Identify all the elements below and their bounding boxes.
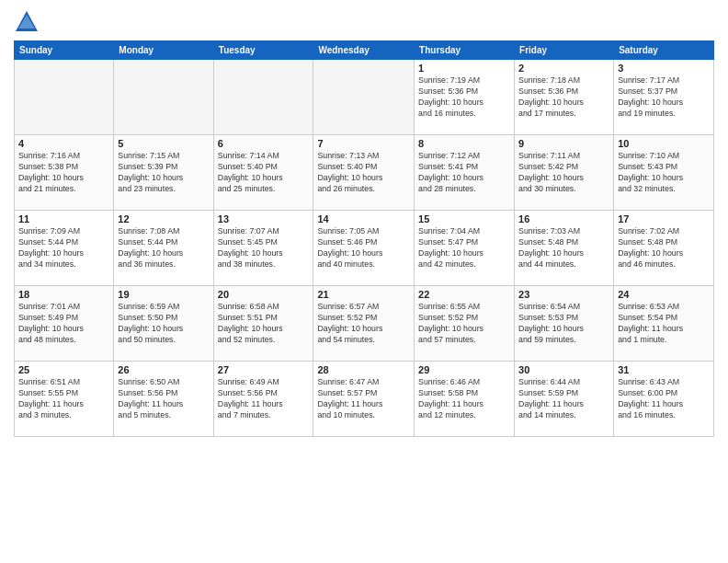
calendar-cell: 1Sunrise: 7:19 AM Sunset: 5:36 PM Daylig… [415, 60, 515, 135]
col-header-saturday: Saturday [614, 41, 714, 60]
calendar-week-2: 4Sunrise: 7:16 AM Sunset: 5:38 PM Daylig… [15, 135, 714, 211]
day-number: 6 [218, 138, 310, 149]
calendar-cell: 15Sunrise: 7:04 AM Sunset: 5:47 PM Dayli… [415, 211, 515, 286]
calendar-cell: 9Sunrise: 7:11 AM Sunset: 5:42 PM Daylig… [515, 135, 614, 211]
col-header-wednesday: Wednesday [313, 41, 415, 60]
calendar-cell: 26Sunrise: 6:50 AM Sunset: 5:56 PM Dayli… [114, 362, 213, 437]
day-info: Sunrise: 6:54 AM Sunset: 5:53 PM Dayligh… [518, 302, 609, 346]
day-number: 10 [618, 138, 710, 149]
calendar-cell: 27Sunrise: 6:49 AM Sunset: 5:56 PM Dayli… [213, 362, 313, 437]
day-number: 24 [618, 289, 710, 300]
day-number: 22 [418, 289, 510, 300]
calendar-cell: 2Sunrise: 7:18 AM Sunset: 5:36 PM Daylig… [515, 60, 614, 135]
day-number: 26 [118, 364, 209, 375]
day-number: 29 [418, 364, 510, 375]
col-header-tuesday: Tuesday [213, 41, 313, 60]
calendar-cell: 6Sunrise: 7:14 AM Sunset: 5:40 PM Daylig… [213, 135, 313, 211]
day-info: Sunrise: 7:15 AM Sunset: 5:39 PM Dayligh… [118, 151, 209, 195]
day-number: 9 [518, 138, 609, 149]
calendar-cell: 16Sunrise: 7:03 AM Sunset: 5:48 PM Dayli… [515, 211, 614, 286]
calendar-cell: 14Sunrise: 7:05 AM Sunset: 5:46 PM Dayli… [313, 211, 415, 286]
day-info: Sunrise: 6:53 AM Sunset: 5:54 PM Dayligh… [618, 302, 710, 346]
day-number: 30 [518, 364, 609, 375]
day-number: 4 [18, 138, 109, 149]
col-header-sunday: Sunday [15, 41, 114, 60]
calendar-cell: 23Sunrise: 6:54 AM Sunset: 5:53 PM Dayli… [515, 286, 614, 362]
calendar-cell [213, 60, 313, 135]
day-info: Sunrise: 6:43 AM Sunset: 6:00 PM Dayligh… [618, 377, 710, 421]
day-info: Sunrise: 7:14 AM Sunset: 5:40 PM Dayligh… [218, 151, 310, 195]
day-info: Sunrise: 6:51 AM Sunset: 5:55 PM Dayligh… [18, 377, 109, 421]
calendar-cell: 13Sunrise: 7:07 AM Sunset: 5:45 PM Dayli… [213, 211, 313, 286]
day-info: Sunrise: 7:03 AM Sunset: 5:48 PM Dayligh… [518, 226, 609, 270]
calendar-week-3: 11Sunrise: 7:09 AM Sunset: 5:44 PM Dayli… [15, 211, 714, 286]
day-info: Sunrise: 7:19 AM Sunset: 5:36 PM Dayligh… [418, 75, 510, 120]
day-info: Sunrise: 7:04 AM Sunset: 5:47 PM Dayligh… [418, 226, 510, 270]
day-number: 16 [518, 213, 609, 224]
calendar-cell [15, 60, 114, 135]
calendar: SundayMondayTuesdayWednesdayThursdayFrid… [14, 40, 714, 437]
logo-icon [14, 9, 40, 35]
day-info: Sunrise: 7:11 AM Sunset: 5:42 PM Dayligh… [518, 151, 609, 195]
day-number: 28 [317, 364, 410, 375]
day-info: Sunrise: 7:12 AM Sunset: 5:41 PM Dayligh… [418, 151, 510, 195]
day-number: 17 [618, 213, 710, 224]
day-info: Sunrise: 6:47 AM Sunset: 5:57 PM Dayligh… [317, 377, 410, 421]
calendar-cell: 5Sunrise: 7:15 AM Sunset: 5:39 PM Daylig… [114, 135, 213, 211]
logo [14, 9, 43, 35]
day-number: 5 [118, 138, 209, 149]
calendar-cell [114, 60, 213, 135]
day-info: Sunrise: 6:49 AM Sunset: 5:56 PM Dayligh… [218, 377, 310, 421]
col-header-monday: Monday [114, 41, 213, 60]
day-number: 23 [518, 289, 609, 300]
calendar-cell: 28Sunrise: 6:47 AM Sunset: 5:57 PM Dayli… [313, 362, 415, 437]
calendar-week-4: 18Sunrise: 7:01 AM Sunset: 5:49 PM Dayli… [15, 286, 714, 362]
day-info: Sunrise: 6:59 AM Sunset: 5:50 PM Dayligh… [118, 302, 209, 346]
col-header-friday: Friday [515, 41, 614, 60]
day-number: 19 [118, 289, 209, 300]
day-number: 1 [418, 63, 510, 74]
calendar-week-1: 1Sunrise: 7:19 AM Sunset: 5:36 PM Daylig… [15, 60, 714, 135]
day-number: 25 [18, 364, 109, 375]
day-info: Sunrise: 6:58 AM Sunset: 5:51 PM Dayligh… [218, 302, 310, 346]
day-number: 18 [18, 289, 109, 300]
day-info: Sunrise: 6:55 AM Sunset: 5:52 PM Dayligh… [418, 302, 510, 346]
day-number: 12 [118, 213, 209, 224]
day-number: 14 [317, 213, 410, 224]
calendar-cell: 24Sunrise: 6:53 AM Sunset: 5:54 PM Dayli… [614, 286, 714, 362]
day-info: Sunrise: 7:09 AM Sunset: 5:44 PM Dayligh… [18, 226, 109, 270]
calendar-cell: 29Sunrise: 6:46 AM Sunset: 5:58 PM Dayli… [415, 362, 515, 437]
day-number: 8 [418, 138, 510, 149]
calendar-cell: 4Sunrise: 7:16 AM Sunset: 5:38 PM Daylig… [15, 135, 114, 211]
calendar-cell: 8Sunrise: 7:12 AM Sunset: 5:41 PM Daylig… [415, 135, 515, 211]
day-info: Sunrise: 7:05 AM Sunset: 5:46 PM Dayligh… [317, 226, 410, 270]
calendar-cell: 11Sunrise: 7:09 AM Sunset: 5:44 PM Dayli… [15, 211, 114, 286]
day-info: Sunrise: 6:50 AM Sunset: 5:56 PM Dayligh… [118, 377, 209, 421]
calendar-week-5: 25Sunrise: 6:51 AM Sunset: 5:55 PM Dayli… [15, 362, 714, 437]
day-number: 11 [18, 213, 109, 224]
day-number: 31 [618, 364, 710, 375]
calendar-cell: 20Sunrise: 6:58 AM Sunset: 5:51 PM Dayli… [213, 286, 313, 362]
day-number: 15 [418, 213, 510, 224]
day-info: Sunrise: 6:44 AM Sunset: 5:59 PM Dayligh… [518, 377, 609, 421]
calendar-cell: 18Sunrise: 7:01 AM Sunset: 5:49 PM Dayli… [15, 286, 114, 362]
day-info: Sunrise: 7:13 AM Sunset: 5:40 PM Dayligh… [317, 151, 410, 195]
calendar-cell: 17Sunrise: 7:02 AM Sunset: 5:48 PM Dayli… [614, 211, 714, 286]
day-number: 13 [218, 213, 310, 224]
svg-marker-1 [18, 15, 35, 29]
day-info: Sunrise: 7:01 AM Sunset: 5:49 PM Dayligh… [18, 302, 109, 346]
day-number: 27 [218, 364, 310, 375]
day-info: Sunrise: 7:17 AM Sunset: 5:37 PM Dayligh… [618, 75, 710, 120]
calendar-cell: 30Sunrise: 6:44 AM Sunset: 5:59 PM Dayli… [515, 362, 614, 437]
calendar-cell: 21Sunrise: 6:57 AM Sunset: 5:52 PM Dayli… [313, 286, 415, 362]
page: SundayMondayTuesdayWednesdayThursdayFrid… [0, 0, 728, 563]
day-info: Sunrise: 7:10 AM Sunset: 5:43 PM Dayligh… [618, 151, 710, 195]
day-info: Sunrise: 7:08 AM Sunset: 5:44 PM Dayligh… [118, 226, 209, 270]
day-info: Sunrise: 7:18 AM Sunset: 5:36 PM Dayligh… [518, 75, 609, 120]
day-number: 20 [218, 289, 310, 300]
day-info: Sunrise: 7:07 AM Sunset: 5:45 PM Dayligh… [218, 226, 310, 270]
calendar-cell: 10Sunrise: 7:10 AM Sunset: 5:43 PM Dayli… [614, 135, 714, 211]
calendar-cell: 22Sunrise: 6:55 AM Sunset: 5:52 PM Dayli… [415, 286, 515, 362]
day-info: Sunrise: 7:16 AM Sunset: 5:38 PM Dayligh… [18, 151, 109, 195]
calendar-cell: 12Sunrise: 7:08 AM Sunset: 5:44 PM Dayli… [114, 211, 213, 286]
